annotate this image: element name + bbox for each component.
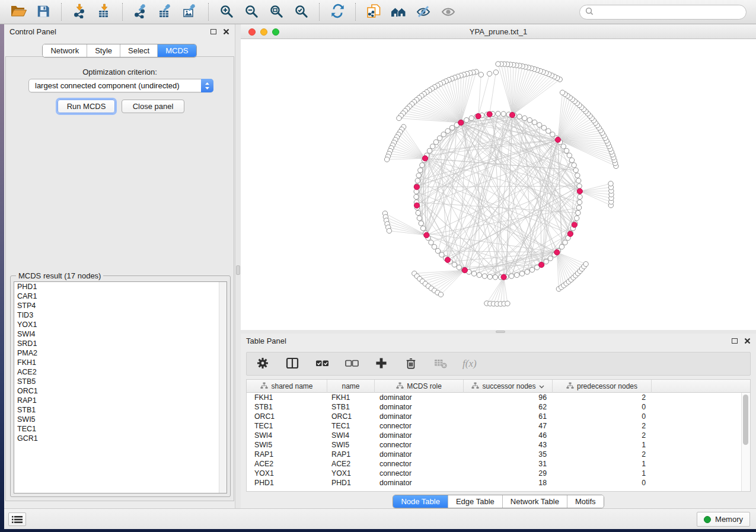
cell-MCDS-role[interactable]: dominator: [375, 412, 464, 421]
graph-hub-node[interactable]: [572, 222, 577, 227]
zoom-selected-button[interactable]: [289, 1, 314, 23]
cell-successor-nodes[interactable]: 96: [464, 393, 553, 402]
cell-successor-nodes[interactable]: 35: [464, 450, 553, 459]
cell-name[interactable]: STB1: [327, 402, 375, 412]
cell-predecessor-nodes[interactable]: 1: [553, 440, 652, 450]
scrollbar-thumb[interactable]: [743, 395, 748, 445]
cell-shared-name[interactable]: FKH1: [247, 393, 327, 402]
column-header-MCDS-role[interactable]: MCDS role: [375, 380, 464, 393]
graph-hub-node[interactable]: [555, 137, 560, 142]
mcds-result-item[interactable]: PHD1: [14, 282, 227, 291]
deselect-all-button[interactable]: [344, 356, 359, 371]
cell-successor-nodes[interactable]: 18: [464, 478, 553, 488]
cell-shared-name[interactable]: SWI4: [247, 431, 327, 440]
maximize-window-icon[interactable]: [272, 28, 279, 36]
hide-graphics-details-button[interactable]: [411, 1, 436, 23]
cell-successor-nodes[interactable]: 29: [464, 469, 553, 478]
cell-successor-nodes[interactable]: 46: [464, 431, 553, 440]
float-panel-icon[interactable]: [732, 338, 738, 344]
cell-name[interactable]: SWI4: [327, 431, 375, 440]
export-table-button[interactable]: [153, 1, 178, 23]
graph-hub-node[interactable]: [539, 262, 544, 267]
show-graphics-details-button[interactable]: [436, 1, 461, 23]
open-session-button[interactable]: [6, 1, 31, 23]
mcds-result-item[interactable]: STB1: [14, 405, 227, 415]
cell-shared-name[interactable]: PHD1: [247, 478, 327, 488]
mcds-result-item[interactable]: RAP1: [14, 396, 227, 405]
cell-MCDS-role[interactable]: connector: [375, 459, 464, 469]
cell-predecessor-nodes[interactable]: 2: [553, 450, 652, 459]
graph-hub-node[interactable]: [476, 114, 481, 119]
search-input[interactable]: [597, 8, 741, 17]
zoom-in-button[interactable]: [214, 1, 239, 23]
new-network-from-selection-button[interactable]: [361, 1, 386, 23]
column-header-successor-nodes[interactable]: successor nodes: [464, 380, 553, 393]
graph-hub-node[interactable]: [509, 113, 515, 118]
cell-successor-nodes[interactable]: 31: [464, 459, 553, 469]
tab-edge-table[interactable]: Edge Table: [448, 495, 502, 508]
table-mode-gear-button[interactable]: [255, 356, 270, 371]
cell-predecessor-nodes[interactable]: 1: [553, 459, 652, 469]
mcds-result-item[interactable]: ACE2: [14, 367, 227, 377]
splitter-grip[interactable]: [236, 265, 240, 275]
cell-name[interactable]: RAP1: [327, 450, 375, 459]
cell-shared-name[interactable]: YOX1: [247, 469, 327, 478]
cell-MCDS-role[interactable]: dominator: [375, 431, 464, 440]
vertical-splitter[interactable]: [235, 24, 241, 508]
zoom-fit-button[interactable]: [264, 1, 289, 23]
mcds-result-item[interactable]: PMA2: [14, 348, 227, 358]
cell-shared-name[interactable]: SWI5: [247, 440, 327, 450]
cell-name[interactable]: TEC1: [327, 421, 375, 431]
cell-name[interactable]: YOX1: [327, 469, 375, 478]
export-network-button[interactable]: [128, 1, 153, 23]
cell-predecessor-nodes[interactable]: 0: [553, 402, 652, 412]
cell-predecessor-nodes[interactable]: 2: [553, 393, 652, 402]
graph-hub-node[interactable]: [458, 120, 464, 125]
cell-MCDS-role[interactable]: dominator: [375, 402, 464, 412]
graph-hub-node[interactable]: [487, 111, 492, 117]
zoom-out-button[interactable]: [239, 1, 264, 23]
cell-shared-name[interactable]: STB1: [247, 402, 327, 412]
mcds-result-item[interactable]: GCR1: [14, 434, 227, 443]
tab-node-table[interactable]: Node Table: [393, 495, 448, 508]
cell-MCDS-role[interactable]: connector: [375, 469, 464, 478]
cell-successor-nodes[interactable]: 47: [464, 421, 553, 431]
cell-predecessor-nodes[interactable]: 2: [553, 421, 652, 431]
cell-successor-nodes[interactable]: 61: [464, 412, 553, 421]
table-row[interactable]: ACE2ACE2connector311: [247, 459, 750, 469]
table-scrollbar[interactable]: [741, 393, 750, 491]
close-panel-button[interactable]: Close panel: [122, 100, 184, 113]
mcds-result-list[interactable]: PHD1CAR1STP4TID3YOX1SWI4SRD1PMA2FKH1ACE2…: [14, 281, 227, 493]
tab-mcds[interactable]: MCDS: [157, 44, 196, 57]
close-panel-icon[interactable]: [744, 338, 751, 344]
list-scrollbar[interactable]: [219, 282, 227, 493]
cell-shared-name[interactable]: ORC1: [247, 412, 327, 421]
splitter-grip[interactable]: [496, 331, 505, 333]
table-row[interactable]: RAP1RAP1dominator352: [247, 450, 750, 459]
import-network-button[interactable]: [67, 1, 92, 23]
cell-predecessor-nodes[interactable]: 1: [553, 469, 652, 478]
tab-style[interactable]: Style: [87, 44, 120, 57]
table-row[interactable]: SWI4SWI4dominator462: [247, 431, 750, 440]
column-header-shared-name[interactable]: shared name: [247, 380, 327, 393]
tab-motifs[interactable]: Motifs: [567, 495, 604, 508]
cell-name[interactable]: ACE2: [327, 459, 375, 469]
mcds-result-item[interactable]: STB5: [14, 377, 227, 386]
graph-hub-node[interactable]: [462, 268, 467, 273]
network-view-titlebar[interactable]: YPA_prune.txt_1: [241, 24, 756, 39]
export-image-button[interactable]: [178, 1, 203, 23]
task-history-button[interactable]: [8, 512, 26, 526]
criterion-dropdown[interactable]: largest connected component (undirected): [28, 79, 213, 92]
column-header-predecessor-nodes[interactable]: predecessor nodes: [553, 380, 652, 393]
table-row[interactable]: STB1STB1dominator620: [247, 402, 750, 412]
graph-hub-node[interactable]: [424, 232, 429, 238]
cell-MCDS-role[interactable]: connector: [375, 440, 464, 450]
save-session-button[interactable]: [31, 1, 56, 23]
close-panel-icon[interactable]: [223, 28, 229, 35]
delete-columns-button[interactable]: [403, 356, 419, 371]
cell-shared-name[interactable]: ACE2: [247, 459, 327, 469]
cell-name[interactable]: ORC1: [327, 412, 375, 421]
network-canvas[interactable]: [241, 39, 756, 330]
mcds-result-item[interactable]: SRD1: [14, 339, 227, 348]
run-mcds-button[interactable]: Run MCDS: [58, 100, 115, 113]
